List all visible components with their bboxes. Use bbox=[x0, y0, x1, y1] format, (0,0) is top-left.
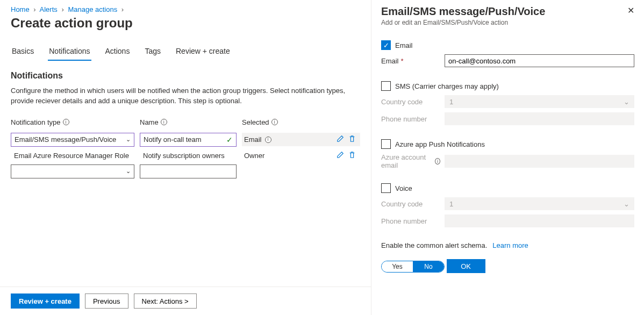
section-title: Notifications bbox=[11, 71, 360, 81]
info-icon[interactable]: i bbox=[63, 119, 69, 125]
footer-bar: Review + create Previous Next: Actions > bbox=[0, 287, 371, 315]
side-panel: Email/SMS message/Push/Voice Add or edit… bbox=[371, 0, 644, 315]
delete-icon[interactable] bbox=[348, 151, 356, 160]
notification-name-input[interactable]: Notify on-call team ✓ bbox=[140, 133, 237, 147]
info-icon[interactable]: i bbox=[271, 119, 278, 125]
selected-cell bbox=[242, 169, 360, 174]
notification-type-text: Email Azure Resource Manager Role bbox=[11, 152, 129, 160]
azure-email-input[interactable] bbox=[445, 155, 634, 168]
check-icon: ✓ bbox=[226, 135, 233, 144]
info-icon[interactable]: i bbox=[161, 119, 167, 125]
chevron-down-icon: ⌄ bbox=[126, 136, 131, 143]
edit-icon[interactable] bbox=[337, 135, 344, 144]
email-checkbox[interactable]: ✓ bbox=[381, 40, 391, 50]
push-checkbox-label: Azure app Push Notifications bbox=[395, 140, 485, 148]
voice-country-code-label: Country code bbox=[381, 200, 440, 208]
chevron-down-icon: ⌄ bbox=[624, 98, 629, 106]
sms-checkbox[interactable] bbox=[381, 81, 391, 91]
notification-type-select-empty[interactable]: ⌄ bbox=[11, 164, 134, 178]
selected-value: Email bbox=[242, 135, 262, 144]
sms-checkbox-label: SMS (Carrier charges may apply) bbox=[395, 82, 499, 90]
selected-cell: Email i bbox=[242, 133, 360, 146]
tab-actions[interactable]: Actions bbox=[104, 44, 131, 61]
previous-button[interactable]: Previous bbox=[85, 293, 128, 309]
review-create-button[interactable]: Review + create bbox=[11, 293, 80, 309]
table-row: Email/SMS message/Push/Voice ⌄ bbox=[11, 131, 134, 149]
next-actions-button[interactable]: Next: Actions > bbox=[134, 293, 197, 309]
sms-phone-input[interactable] bbox=[445, 112, 634, 125]
azure-email-label: Azure account email i bbox=[381, 153, 440, 169]
schema-toggle[interactable]: Yes No bbox=[381, 261, 445, 273]
table-row: ⌄ bbox=[11, 162, 134, 181]
section-description: Configure the method in which users will… bbox=[11, 86, 355, 106]
edit-icon[interactable] bbox=[337, 151, 344, 160]
email-checkbox-label: Email bbox=[395, 41, 413, 49]
ok-button[interactable]: OK bbox=[447, 259, 485, 273]
panel-subtitle: Add or edit an Email/SMS/Push/Voice acti… bbox=[381, 19, 545, 26]
name-cell: Notify subscription owners bbox=[140, 149, 237, 162]
selected-cell: Owner bbox=[242, 149, 360, 162]
notification-name-text: Notify subscription owners bbox=[140, 152, 225, 160]
selected-value: Owner bbox=[242, 152, 264, 160]
col-header-name: Name i bbox=[140, 118, 237, 131]
notification-name-input-empty[interactable] bbox=[140, 164, 237, 178]
learn-more-link[interactable]: Learn more bbox=[492, 241, 528, 249]
breadcrumb: Home › Alerts › Manage actions › bbox=[11, 5, 360, 13]
notification-type-select[interactable]: Email/SMS message/Push/Voice ⌄ bbox=[11, 133, 134, 147]
table-row: Email Azure Resource Manager Role bbox=[11, 149, 134, 162]
info-icon[interactable]: i bbox=[435, 158, 440, 164]
chevron-right-icon: › bbox=[33, 5, 35, 13]
phone-number-label: Phone number bbox=[381, 115, 440, 123]
toggle-no: No bbox=[413, 261, 444, 272]
push-checkbox[interactable] bbox=[381, 139, 391, 149]
voice-phone-input[interactable] bbox=[445, 214, 634, 227]
chevron-right-icon: › bbox=[61, 5, 63, 13]
voice-phone-label: Phone number bbox=[381, 217, 440, 225]
breadcrumb-manage-actions[interactable]: Manage actions bbox=[68, 5, 117, 13]
chevron-down-icon: ⌄ bbox=[126, 168, 131, 175]
voice-checkbox[interactable] bbox=[381, 183, 391, 193]
country-code-label: Country code bbox=[381, 98, 440, 106]
voice-checkbox-label: Voice bbox=[395, 184, 412, 192]
col-header-selected: Selected i bbox=[242, 118, 360, 131]
delete-icon[interactable] bbox=[348, 135, 356, 144]
name-cell: Notify on-call team ✓ bbox=[140, 131, 237, 149]
tab-notifications[interactable]: Notifications bbox=[48, 44, 91, 61]
voice-country-code-select[interactable]: 1 ⌄ bbox=[445, 197, 634, 210]
sms-country-code-select[interactable]: 1 ⌄ bbox=[445, 95, 634, 108]
chevron-right-icon: › bbox=[121, 5, 124, 13]
schema-text: Enable the common alert schema. bbox=[381, 241, 487, 249]
info-icon[interactable]: i bbox=[265, 137, 271, 143]
tab-tags[interactable]: Tags bbox=[144, 44, 162, 61]
tab-review[interactable]: Review + create bbox=[175, 44, 231, 61]
toggle-yes: Yes bbox=[382, 261, 413, 272]
chevron-down-icon: ⌄ bbox=[624, 200, 629, 208]
email-field-label: Email * bbox=[381, 57, 440, 65]
tab-basics[interactable]: Basics bbox=[11, 44, 35, 61]
breadcrumb-home[interactable]: Home bbox=[11, 5, 30, 13]
page-title: Create action group bbox=[11, 16, 360, 31]
email-input[interactable] bbox=[445, 54, 634, 67]
col-header-type: Notification type i bbox=[11, 118, 134, 131]
tabs: Basics Notifications Actions Tags Review… bbox=[11, 44, 360, 61]
breadcrumb-alerts[interactable]: Alerts bbox=[40, 5, 58, 13]
close-icon[interactable]: ✕ bbox=[627, 5, 634, 16]
name-cell bbox=[140, 162, 237, 181]
panel-title: Email/SMS message/Push/Voice bbox=[381, 5, 545, 18]
